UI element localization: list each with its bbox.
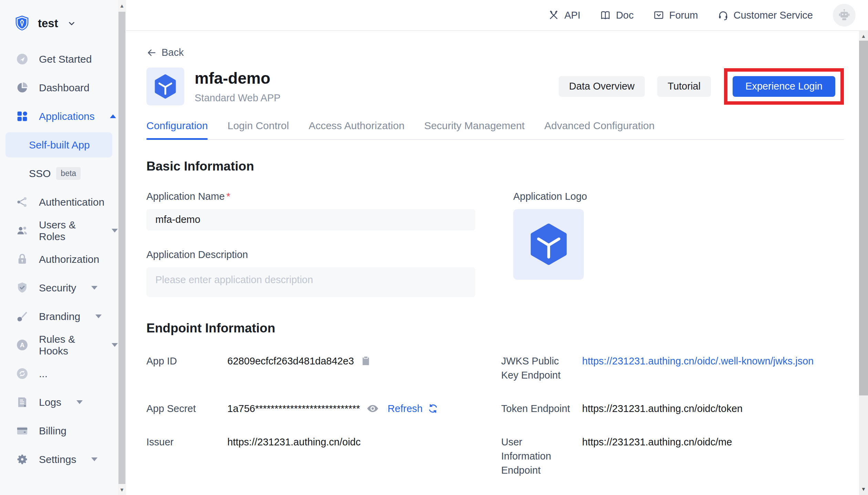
token-endpoint-value: https://231231.authing.cn/oidc/token — [582, 402, 844, 416]
endpoint-grid: App ID 62809ecfcf263d481da842e3 JWKS Pub… — [146, 354, 844, 495]
sidebar-item-authorization[interactable]: Authorization — [0, 245, 118, 274]
sidebar-item-label: SSO — [29, 168, 51, 179]
apps-grid-icon — [16, 110, 29, 123]
sidebar-item-label: Logs — [39, 396, 61, 408]
topbar-link-api[interactable]: API — [548, 10, 580, 21]
credit-card-icon — [16, 424, 29, 437]
chevron-down-icon — [67, 19, 76, 28]
tools-icon — [548, 10, 559, 21]
chat-icon — [653, 10, 664, 21]
sidebar-item-label: Dashboard — [39, 82, 90, 94]
back-arrow-icon — [146, 48, 157, 58]
scroll-down-icon[interactable]: ▼ — [118, 485, 126, 495]
caret-down-icon — [91, 457, 97, 461]
application-logo-preview[interactable] — [513, 209, 584, 280]
sidebar-item-dashboard[interactable]: Dashboard — [0, 73, 118, 102]
caret-down-icon — [76, 400, 83, 404]
tab-security-management[interactable]: Security Management — [424, 120, 525, 139]
tab-advanced-configuration[interactable]: Advanced Configuration — [544, 120, 654, 139]
issuer-value: https://231231.authing.cn/oidc — [227, 435, 501, 449]
shield-logo-icon — [13, 14, 31, 32]
topbar-link-label: Customer Service — [734, 10, 813, 21]
sidebar-item-settings[interactable]: Settings — [0, 445, 118, 474]
token-endpoint-label: Token Endpoint — [501, 402, 582, 416]
sidebar-item-label: Security — [39, 282, 76, 294]
pie-chart-icon — [16, 81, 29, 94]
caret-down-icon — [91, 286, 97, 290]
tab-login-control[interactable]: Login Control — [227, 120, 289, 139]
sidebar-item-authentication[interactable]: Authentication — [0, 188, 118, 216]
sync-icon — [16, 367, 29, 380]
scroll-up-icon[interactable]: ▲ — [859, 31, 868, 41]
page-content: Back mfa-demo Standard Web APP Data Over… — [126, 31, 868, 495]
endpoint-information-heading: Endpoint Information — [146, 321, 844, 336]
scroll-up-icon[interactable]: ▲ — [118, 1, 126, 11]
refresh-secret-link[interactable]: Refresh — [388, 402, 438, 416]
sidebar-item-branding[interactable]: Branding — [0, 302, 118, 331]
sidebar-item-billing[interactable]: Billing — [0, 416, 118, 445]
eye-icon[interactable] — [366, 402, 379, 415]
tutorial-button[interactable]: Tutorial — [657, 76, 711, 97]
sidebar-item-users-roles[interactable]: Users & Roles — [0, 216, 118, 245]
main-scrollbar-thumb[interactable] — [859, 41, 868, 395]
workspace-name: test — [38, 17, 58, 30]
topbar-link-forum[interactable]: Forum — [653, 10, 698, 21]
tab-access-authorization[interactable]: Access Authorization — [309, 120, 404, 139]
sidebar-scrollbar[interactable]: ▲ ▼ — [118, 0, 126, 495]
sidebar-item-get-started[interactable]: Get Started — [0, 45, 118, 73]
headset-icon — [717, 10, 729, 21]
topbar-link-doc[interactable]: Doc — [600, 10, 634, 21]
sidebar-item-applications[interactable]: Applications — [0, 102, 118, 131]
scroll-down-icon[interactable]: ▼ — [859, 484, 868, 494]
beta-badge: beta — [56, 167, 81, 180]
sidebar-scrollbar-thumb[interactable] — [118, 12, 125, 484]
jwks-endpoint-link[interactable]: https://231231.authing.cn/oidc/.well-kno… — [582, 355, 814, 367]
sidebar-item-more[interactable]: ... — [0, 359, 118, 388]
annotation-highlight-box: Experience Login — [724, 68, 844, 105]
back-link[interactable]: Back — [146, 47, 184, 58]
caret-up-icon — [110, 114, 116, 118]
workspace-switcher[interactable]: test — [0, 0, 118, 32]
sidebar-item-label: Billing — [39, 425, 66, 437]
topbar-link-label: API — [564, 10, 580, 21]
app-secret-label: App Secret — [146, 402, 227, 416]
share-nodes-icon — [16, 196, 29, 208]
app-header: mfa-demo Standard Web APP Data Overview … — [146, 68, 844, 105]
app-secret-text: 1a756*************************** — [227, 402, 360, 416]
sidebar-item-self-built-app[interactable]: Self-built App — [6, 132, 112, 157]
jwks-endpoint-label: JWKS Public Key Endpoint — [501, 354, 582, 382]
application-name-input[interactable] — [146, 209, 475, 230]
page-title: mfa-demo — [195, 69, 280, 87]
sidebar-item-label: Branding — [39, 311, 80, 322]
sidebar-item-rules-hooks[interactable]: A Rules & Hooks — [0, 331, 118, 359]
robot-icon — [837, 8, 852, 23]
copy-icon[interactable] — [360, 355, 371, 367]
avatar[interactable] — [833, 4, 856, 27]
app-id-value: 62809ecfcf263d481da842e3 — [227, 354, 501, 368]
shield-check-icon — [16, 281, 29, 294]
label-text: Application Name — [146, 191, 225, 202]
sidebar-item-sso[interactable]: SSO beta — [6, 161, 112, 186]
basic-information-heading: Basic Information — [146, 159, 844, 174]
tab-bar: Configuration Login Control Access Autho… — [146, 120, 844, 140]
sidebar-item-logs[interactable]: Logs — [0, 388, 118, 416]
topbar-link-customer-service[interactable]: Customer Service — [717, 10, 813, 21]
refresh-label: Refresh — [388, 402, 423, 416]
application-name-label: Application Name* — [146, 191, 475, 202]
sidebar-nav: Get Started Dashboard Applications Self-… — [0, 45, 118, 474]
hexagon-cube-icon — [526, 221, 571, 267]
sidebar-item-security[interactable]: Security — [0, 274, 118, 302]
main-scrollbar[interactable]: ▲ ▼ — [859, 31, 868, 495]
gear-icon — [16, 453, 29, 466]
basic-information-form: Application Name* Application Descriptio… — [146, 191, 844, 298]
paint-brush-icon — [16, 310, 29, 323]
application-description-input[interactable] — [146, 267, 475, 297]
topbar: API Doc Forum Customer Service — [126, 0, 868, 31]
sidebar-item-label: Get Started — [39, 53, 92, 65]
app-id-text: 62809ecfcf263d481da842e3 — [227, 354, 354, 368]
tab-configuration[interactable]: Configuration — [146, 120, 208, 139]
sidebar-item-label: Applications — [39, 111, 95, 122]
data-overview-button[interactable]: Data Overview — [559, 76, 645, 97]
experience-login-button[interactable]: Experience Login — [733, 76, 835, 97]
topbar-link-label: Doc — [616, 10, 634, 21]
